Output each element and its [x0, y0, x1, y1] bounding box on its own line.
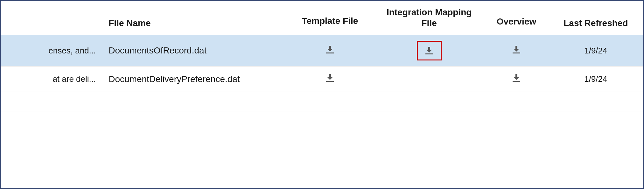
row2-overview-download-cell	[485, 66, 548, 92]
row1-template-download-cell	[286, 35, 374, 66]
download-icon	[424, 45, 435, 56]
svg-rect-0	[326, 52, 334, 53]
row2-overview-download-button[interactable]	[511, 72, 522, 84]
header-overview: Overview	[485, 1, 548, 35]
row2-filename: DocumentDeliveryPreference.dat	[96, 66, 286, 92]
table-container: File Name Template File Integration Mapp…	[0, 0, 644, 189]
header-lastrefresh: Last Refreshed	[548, 1, 643, 35]
table-row: at are deli... DocumentDeliveryPreferenc…	[1, 66, 643, 92]
svg-rect-1	[425, 53, 433, 54]
data-table: File Name Template File Integration Mapp…	[1, 1, 643, 111]
row1-overview-download-cell	[485, 35, 548, 66]
row1-integration-download-button[interactable]	[417, 41, 442, 60]
row1-lastrefresh: 1/9/24	[548, 35, 643, 66]
row1-prefix: enses, and...	[1, 35, 96, 66]
svg-rect-2	[513, 52, 520, 53]
download-icon	[324, 72, 336, 84]
download-icon	[511, 44, 522, 55]
row2-prefix: at are deli...	[1, 66, 96, 92]
row2-template-download-button[interactable]	[324, 72, 336, 84]
row1-overview-download-button[interactable]	[511, 44, 522, 55]
row1-template-download-button[interactable]	[324, 44, 336, 55]
header-filename: File Name	[96, 1, 286, 35]
row2-lastrefresh: 1/9/24	[548, 66, 643, 92]
svg-rect-3	[326, 81, 334, 82]
row1-integration-download-cell	[374, 35, 485, 66]
header-prefix	[1, 1, 96, 35]
table-row: enses, and... DocumentsOfRecord.dat	[1, 35, 643, 66]
table-header-row: File Name Template File Integration Mapp…	[1, 1, 643, 35]
row2-template-download-cell	[286, 66, 374, 92]
footer-row	[1, 92, 643, 111]
row1-filename: DocumentsOfRecord.dat	[96, 35, 286, 66]
row2-integration-download-cell	[374, 66, 485, 92]
svg-rect-4	[513, 81, 520, 82]
download-icon	[511, 72, 522, 84]
footer-cell	[1, 92, 643, 111]
download-icon	[324, 44, 336, 55]
header-template: Template File	[286, 1, 374, 35]
header-integration: Integration Mapping File	[374, 1, 485, 35]
